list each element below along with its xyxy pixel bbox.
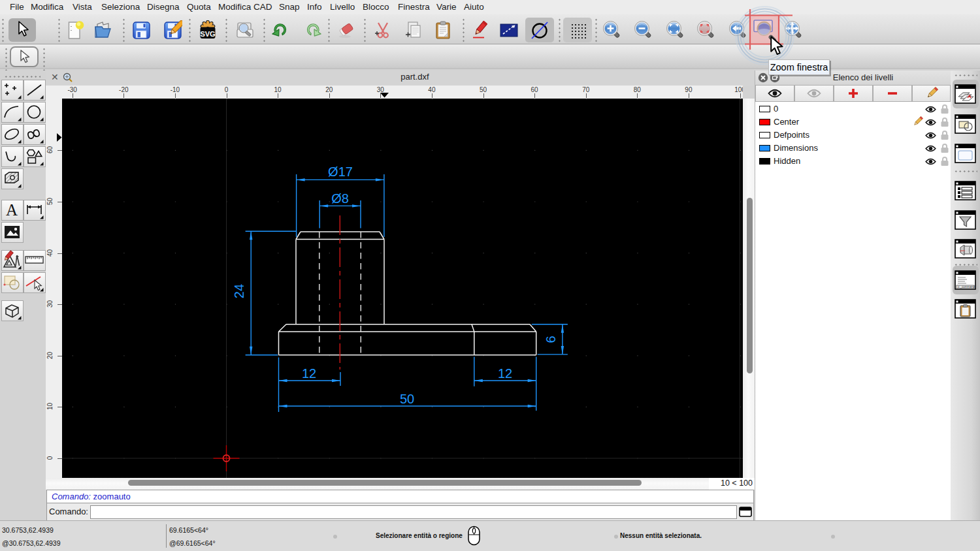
svg-text:24: 24 <box>232 284 246 298</box>
svg-text:Ø17: Ø17 <box>328 165 353 179</box>
svg-text:pen: pen <box>960 249 965 252</box>
svg-text:12: 12 <box>302 366 316 381</box>
svg-text:A: A <box>6 201 18 219</box>
svg-text:12: 12 <box>498 366 512 381</box>
svg-text:Ø8: Ø8 <box>331 191 349 206</box>
svg-text:c:_command: c:_command <box>958 285 975 289</box>
svg-text:50: 50 <box>400 392 414 406</box>
svg-text:SVG: SVG <box>200 30 215 38</box>
svg-text:6: 6 <box>544 336 558 343</box>
